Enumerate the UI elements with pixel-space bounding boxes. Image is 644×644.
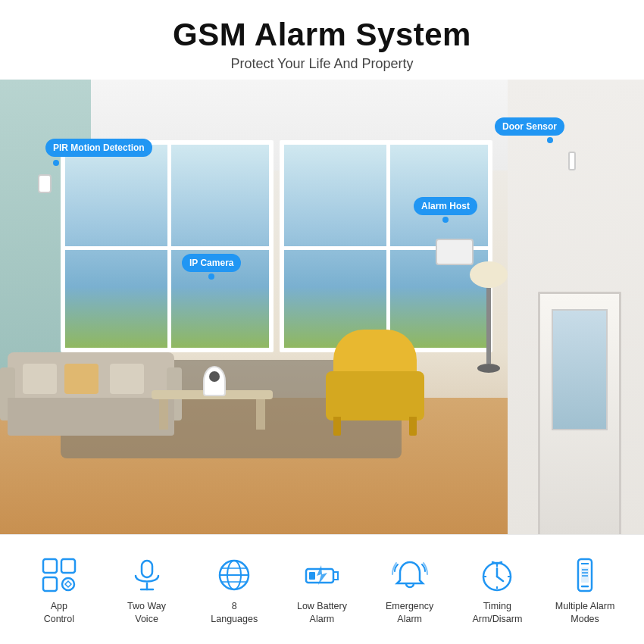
battery-icon <box>301 554 342 596</box>
clock-icon <box>477 554 518 596</box>
tooltip-pir: PIR Motion Detection <box>45 139 152 157</box>
svg-rect-0 <box>43 559 57 573</box>
feature-app-control: AppControl <box>19 554 98 625</box>
8-languages-label: 8Languages <box>211 600 258 625</box>
door-window <box>552 309 608 430</box>
svg-rect-13 <box>309 572 315 580</box>
svg-rect-2 <box>43 577 57 591</box>
emergency-alarm-label: EmergencyAlarm <box>386 600 433 625</box>
svg-point-3 <box>62 578 74 590</box>
tooltip-alarm-host: Alarm Host <box>414 197 477 215</box>
phone-icon <box>564 554 606 596</box>
floor-lamp <box>474 261 504 383</box>
chair <box>326 330 424 436</box>
timing-arm-disarm-label: TimingArm/Disarm <box>472 600 522 625</box>
tooltip-ip-camera: IP Camera <box>182 254 241 272</box>
feature-low-battery: Low BatteryAlarm <box>282 554 361 625</box>
alarm-host-device <box>436 239 474 265</box>
main-container: GSM Alarm System Protect Your Life And P… <box>0 0 644 644</box>
svg-line-16 <box>497 577 503 581</box>
microphone-icon <box>126 554 167 596</box>
page-title: GSM Alarm System <box>0 17 644 53</box>
feature-multiple-alarm-modes: Multiple AlarmModes <box>546 554 625 625</box>
page-subtitle: Protect Your Life And Property <box>0 56 644 72</box>
multiple-alarm-modes-label: Multiple AlarmModes <box>555 600 615 625</box>
app-control-icon <box>38 554 80 596</box>
feature-two-way-voice: Two WayVoice <box>107 554 186 625</box>
coffee-table <box>152 390 273 436</box>
room-scene-container: PIR Motion Detection Door Sensor Alarm H… <box>0 80 644 534</box>
header: GSM Alarm System Protect Your Life And P… <box>0 0 644 80</box>
feature-emergency-alarm: EmergencyAlarm <box>370 554 449 625</box>
door-sensor-device <box>568 152 576 170</box>
svg-rect-1 <box>61 559 75 573</box>
feature-timing-arm-disarm: TimingArm/Disarm <box>458 554 537 625</box>
door <box>538 292 621 534</box>
feature-8-languages: 8Languages <box>195 554 274 625</box>
windows-area <box>61 140 492 352</box>
window-left <box>61 140 274 352</box>
pir-sensor-device <box>38 174 52 193</box>
globe-icon <box>214 554 255 596</box>
tooltip-door-sensor: Door Sensor <box>495 117 564 136</box>
ip-camera-device <box>203 366 226 396</box>
sofa <box>8 352 174 436</box>
room-scene: PIR Motion Detection Door Sensor Alarm H… <box>0 80 644 534</box>
low-battery-alarm-label: Low BatteryAlarm <box>297 600 347 625</box>
svg-rect-4 <box>142 561 152 577</box>
alarm-icon <box>389 554 430 596</box>
features-bar: AppControl Two WayVoice <box>0 534 644 644</box>
app-control-label: AppControl <box>44 600 74 625</box>
two-way-voice-label: Two WayVoice <box>127 600 166 625</box>
